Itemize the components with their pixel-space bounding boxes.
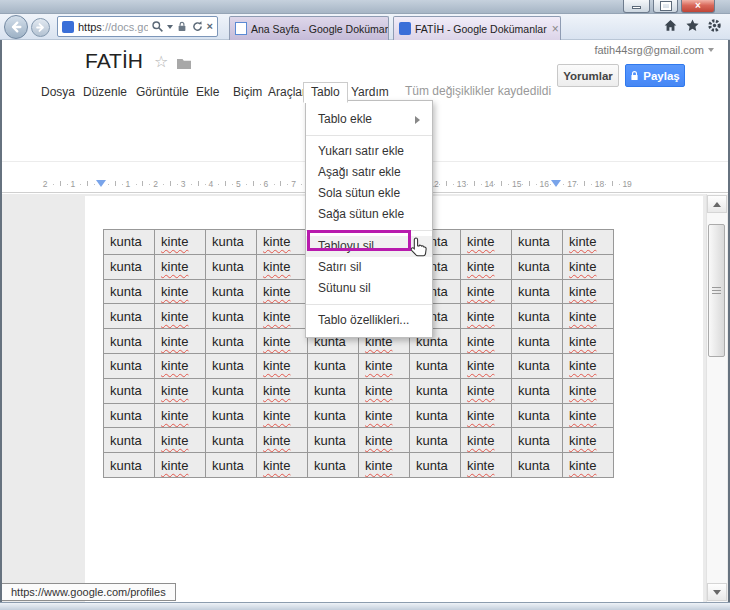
folder-icon[interactable] [176,56,192,74]
table-cell[interactable]: kinte [461,304,512,329]
table-cell[interactable]: kinte [155,329,206,354]
table-cell[interactable]: kinte [359,353,410,378]
table-cell[interactable]: kunta [512,403,563,428]
table-cell[interactable]: kinte [563,254,614,279]
settings-gear-icon[interactable] [707,18,722,37]
home-icon[interactable] [663,18,678,37]
table-cell[interactable]: kunta [104,329,155,354]
account-menu[interactable]: fatih44srg@gmail.com [594,44,714,56]
table-cell[interactable]: kinte [359,453,410,478]
table-cell[interactable]: kunta [206,279,257,304]
table-cell[interactable]: kinte [257,403,308,428]
table-cell[interactable]: kunta [512,453,563,478]
table-cell[interactable]: kinte [563,230,614,255]
table-cell[interactable]: kunta [410,403,461,428]
table-cell[interactable]: kinte [155,453,206,478]
forward-button[interactable] [31,18,50,37]
table-cell[interactable]: kunta [410,353,461,378]
table-cell[interactable]: kunta [104,279,155,304]
menu-item-yukar-sat-r-ekle[interactable]: Yukarı satır ekle [306,141,432,162]
menu-tablo[interactable]: Tablo [303,82,348,103]
table-cell[interactable]: kunta [206,254,257,279]
star-document-icon[interactable]: ☆ [154,52,168,71]
table-cell[interactable]: kinte [257,353,308,378]
table-cell[interactable]: kunta [512,428,563,453]
table-cell[interactable]: kinte [359,403,410,428]
refresh-icon[interactable] [191,20,204,33]
table-cell[interactable]: kunta [206,353,257,378]
table-cell[interactable]: kunta [512,329,563,354]
table-cell[interactable]: kinte [257,254,308,279]
table-cell[interactable]: kunta [410,428,461,453]
table-cell[interactable]: kinte [563,279,614,304]
search-dropdown-icon[interactable] [167,25,173,29]
search-icon[interactable] [151,20,164,33]
table-cell[interactable]: kunta [512,254,563,279]
table-cell[interactable]: kunta [512,353,563,378]
table-cell[interactable]: kinte [155,353,206,378]
maximize-button[interactable] [653,0,678,13]
scrollbar-thumb[interactable] [708,224,725,357]
table-cell[interactable]: kunta [308,353,359,378]
table-cell[interactable]: kinte [563,378,614,403]
table-cell[interactable]: kinte [155,254,206,279]
table-cell[interactable]: kunta [512,378,563,403]
table-cell[interactable]: kunta [104,254,155,279]
table-cell[interactable]: kunta [206,428,257,453]
table-cell[interactable]: kinte [461,230,512,255]
table-cell[interactable]: kunta [308,378,359,403]
menu-item-sola-s-tun-ekle[interactable]: Sola sütun ekle [306,183,432,204]
scroll-up-button[interactable] [707,195,727,213]
table-cell[interactable]: kinte [461,329,512,354]
table-cell[interactable]: kinte [155,279,206,304]
table-cell[interactable]: kinte [155,230,206,255]
table-cell[interactable]: kinte [461,279,512,304]
menu-d-zenle[interactable]: Düzenle [75,82,135,101]
table-cell[interactable]: kinte [563,304,614,329]
table-cell[interactable]: kinte [257,428,308,453]
table-cell[interactable]: kunta [104,378,155,403]
vertical-scrollbar[interactable] [706,194,727,602]
table-cell[interactable]: kinte [155,403,206,428]
table-cell[interactable]: kinte [257,378,308,403]
table-cell[interactable]: kinte [155,304,206,329]
table-cell[interactable]: kinte [563,428,614,453]
table-cell[interactable]: kunta [206,378,257,403]
table-cell[interactable]: kinte [563,453,614,478]
table-cell[interactable]: kinte [563,353,614,378]
menu-ekle[interactable]: Ekle [188,82,227,101]
table-cell[interactable]: kinte [257,304,308,329]
table-cell[interactable]: kunta [512,279,563,304]
left-margin-marker[interactable] [96,180,106,187]
menu-item-sat-r-sil[interactable]: Satırı sil [306,257,432,278]
close-window-button[interactable]: × [681,0,715,13]
menu-g-r-nt-le[interactable]: Görüntüle [128,82,197,101]
table-cell[interactable]: kinte [563,329,614,354]
table-cell[interactable]: kinte [461,453,512,478]
table-cell[interactable]: kinte [257,329,308,354]
table-cell[interactable]: kunta [206,329,257,354]
table-cell[interactable]: kunta [206,453,257,478]
table-cell[interactable]: kunta [104,453,155,478]
table-cell[interactable]: kunta [104,230,155,255]
address-bar[interactable]: https://docs.goo... × [57,16,218,37]
menu-item-a-a-sat-r-ekle[interactable]: Aşağı satır ekle [306,162,432,183]
table-cell[interactable]: kinte [155,378,206,403]
scroll-down-button[interactable] [707,583,727,601]
right-margin-marker[interactable] [551,180,561,187]
table-cell[interactable]: kunta [308,453,359,478]
table-cell[interactable]: kinte [359,378,410,403]
table-cell[interactable]: kinte [461,353,512,378]
menu-yard-m[interactable]: Yardım [343,82,397,101]
table-cell[interactable]: kinte [563,403,614,428]
table-cell[interactable]: kunta [206,230,257,255]
menu-item-sa-a-s-tun-ekle[interactable]: Sağa sütun ekle [306,204,432,225]
table-cell[interactable]: kunta [512,230,563,255]
menu-item-tablo-zellikleri[interactable]: Tablo özellikleri... [306,310,432,331]
table-cell[interactable]: kunta [410,453,461,478]
table-cell[interactable]: kunta [410,378,461,403]
minimize-button[interactable] [623,0,650,13]
table-cell[interactable]: kunta [308,403,359,428]
back-button[interactable] [4,15,28,39]
document-title[interactable]: FATİH [85,49,143,73]
